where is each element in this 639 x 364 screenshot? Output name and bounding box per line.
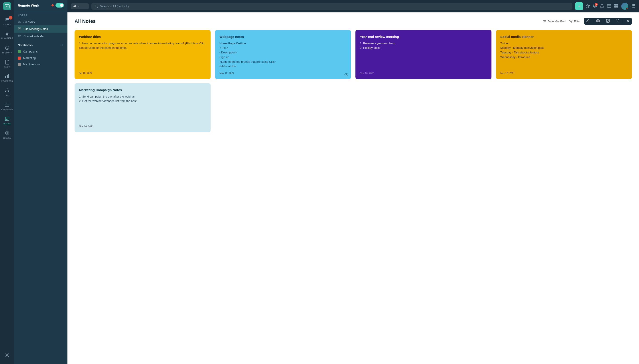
star-button[interactable] — [586, 4, 590, 9]
workspace-title: Remote Work — [18, 4, 39, 7]
rail-item-org[interactable]: ORG — [0, 85, 14, 99]
note-card-webpage[interactable]: Webpage notes Home Page Outline <Title> … — [215, 30, 351, 79]
svg-rect-21 — [616, 4, 618, 6]
rail-item-files[interactable]: FILES — [0, 57, 14, 71]
webpage-note-body: Home Page Outline <Title> <Description> … — [219, 41, 347, 70]
sidebar-item-cliq-meeting[interactable]: Cliq Meeting Notes — [14, 25, 68, 32]
note-card-marketing[interactable]: Marketing Campaign Notes 1. Send campaig… — [75, 83, 211, 132]
notes-icon — [5, 116, 9, 122]
calendar-label: CALENDAR — [1, 108, 13, 110]
chats-badge: 2 — [9, 16, 13, 20]
clip-view-button[interactable] — [616, 19, 620, 24]
social-note-body: Twitter Monday - Monday motivation post … — [500, 41, 627, 70]
slash-view-button[interactable] — [626, 19, 630, 24]
rail-item-channels[interactable]: # CHANNELS — [0, 28, 14, 42]
svg-rect-23 — [616, 6, 618, 8]
notebook-campaigns[interactable]: Campaigns — [14, 48, 68, 55]
workspace-toggle[interactable] — [56, 3, 64, 8]
rail-item-calendar[interactable]: CALENDAR — [0, 99, 14, 114]
edit-view-button[interactable] — [586, 19, 590, 24]
webpage-note-overlay — [344, 73, 348, 76]
org-label: ORG — [5, 94, 10, 96]
webinar-note-date: Jul 18, 2022 — [79, 72, 206, 74]
svg-rect-8 — [5, 91, 6, 92]
add-notebook-button[interactable]: + — [62, 43, 64, 47]
yearend-note-body: 1. Release a year-end blog 2. Holiday po… — [360, 41, 487, 70]
rail-item-projects[interactable]: PROJECTS — [0, 71, 14, 85]
notes-grid: Webinar titles 1. How communication play… — [75, 30, 632, 132]
rail-nav: 2 CHATS # CHANNELS HISTORY — [0, 12, 14, 350]
calendar-icon — [5, 102, 9, 108]
chats-label: CHATS — [4, 23, 11, 26]
webinar-note-title: Webinar titles — [79, 34, 206, 39]
webpage-note-title: Webpage notes — [219, 34, 347, 39]
workspace-actions — [52, 3, 64, 8]
svg-rect-33 — [596, 20, 599, 22]
calendar-button[interactable] — [607, 4, 611, 9]
notebook-marketing[interactable]: Marketing — [14, 55, 68, 61]
svg-rect-6 — [8, 74, 9, 78]
notebook-my-notebook[interactable]: My Notebook — [14, 61, 68, 68]
svg-point-1 — [6, 6, 7, 7]
marketing-note-date: Nov 16, 2021 — [79, 125, 206, 128]
add-icon: + — [578, 3, 581, 9]
rail-item-jeeves[interactable]: JEEVES — [0, 128, 14, 142]
upload-button[interactable] — [600, 4, 604, 9]
svg-rect-5 — [7, 75, 8, 78]
channels-label: CHANNELS — [1, 37, 13, 39]
sidebar-item-all-notes[interactable]: All Notes — [14, 18, 68, 25]
svg-rect-24 — [632, 4, 632, 5]
note-card-social[interactable]: Social media planner Twitter Monday - Mo… — [496, 30, 632, 79]
grid-button[interactable] — [614, 4, 618, 9]
svg-rect-25 — [633, 4, 634, 5]
svg-rect-27 — [632, 5, 632, 6]
cliq-meeting-icon — [18, 27, 21, 31]
camera-view-button[interactable] — [596, 19, 600, 24]
sidebar-item-shared[interactable]: Shared with Me — [14, 32, 68, 40]
rail-item-chats[interactable]: 2 CHATS — [0, 14, 14, 28]
svg-rect-22 — [614, 6, 616, 8]
yearend-note-title: Year-end review meeting — [360, 34, 487, 39]
user-avatar[interactable] — [621, 3, 628, 10]
svg-point-16 — [19, 35, 20, 36]
topbar-right: 6 — [586, 3, 635, 10]
svg-rect-19 — [607, 4, 611, 8]
rail-item-history[interactable]: HISTORY — [0, 42, 14, 57]
search-bar[interactable]: Search in All (cmd + k) — [91, 3, 572, 10]
filter-control[interactable]: Filter — [569, 20, 580, 23]
projects-icon — [5, 74, 9, 79]
marketing-note-body: 1. Send campaign the day after the webin… — [79, 94, 206, 122]
note-card-yearend[interactable]: Year-end review meeting 1. Release a yea… — [356, 30, 491, 79]
search-placeholder: Search in All (cmd + k) — [100, 5, 129, 8]
history-label: HISTORY — [2, 52, 12, 54]
campaigns-color — [18, 50, 21, 53]
add-button[interactable]: + — [575, 2, 583, 10]
note-card-webinar[interactable]: Webinar titles 1. How communication play… — [75, 30, 211, 79]
notebooks-title: Notebooks — [18, 44, 33, 47]
svg-rect-31 — [633, 7, 634, 8]
marketing-color — [18, 56, 21, 60]
svg-point-37 — [346, 74, 347, 75]
rail-item-notes[interactable]: NOTES — [0, 114, 14, 128]
svg-rect-7 — [7, 88, 8, 89]
sort-control[interactable]: Date Modified — [543, 20, 565, 23]
notification-button[interactable]: 6 — [593, 4, 597, 9]
scope-dropdown[interactable]: All ▼ — [71, 3, 89, 9]
svg-rect-4 — [5, 76, 6, 78]
apps-grid-button[interactable] — [631, 4, 635, 9]
svg-rect-35 — [606, 19, 609, 22]
marketing-label: Marketing — [23, 56, 36, 60]
topbar: All ▼ Search in All (cmd + k) + 6 — [68, 0, 639, 12]
svg-rect-30 — [632, 7, 632, 8]
scope-label: All — [73, 5, 76, 8]
svg-rect-9 — [8, 91, 9, 92]
svg-point-34 — [597, 20, 599, 22]
sort-icon — [543, 20, 546, 23]
filter-icon — [569, 20, 573, 23]
app-logo[interactable] — [0, 0, 14, 12]
projects-label: PROJECTS — [1, 80, 13, 82]
status-indicator — [52, 4, 54, 6]
settings-button[interactable] — [0, 350, 14, 360]
workspace-header: Remote Work — [14, 0, 68, 11]
check-view-button[interactable] — [606, 19, 610, 24]
